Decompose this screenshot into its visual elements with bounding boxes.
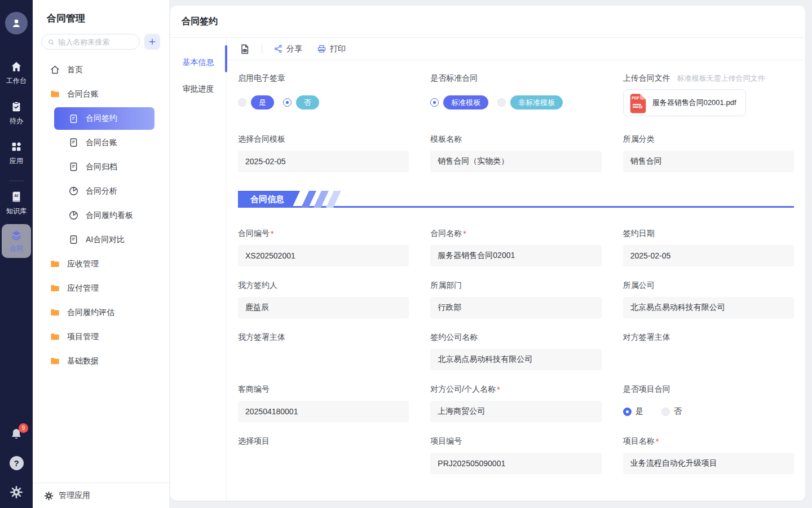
rail-label: 应用 [10, 156, 23, 166]
sidebar-item-project-mgmt[interactable]: 项目管理 [33, 325, 169, 349]
field-other-entity: 对方签署主体 [623, 332, 794, 370]
page-title: 合同签约 [182, 16, 218, 28]
field-is-project: 是否项目合同 是 否 [623, 384, 794, 422]
sidebar-item-payables[interactable]: 应付管理 [33, 276, 169, 300]
sidebar-item-contract-sign[interactable]: 合同签约 [54, 107, 155, 130]
tab-basic-info[interactable]: 基本信息 [170, 49, 226, 76]
search-input[interactable] [58, 38, 134, 46]
contract-name-input[interactable]: 服务器销售合同02001 [430, 245, 601, 266]
help-button[interactable]: ? [10, 456, 24, 470]
rail-item-todo[interactable]: 待办 [10, 100, 23, 126]
field-esign: 启用电子签章 是 否 [238, 73, 409, 116]
sidebar-item-performance-eval[interactable]: 合同履约评估 [33, 300, 169, 325]
field-sign-company: 签约公司名称 北京易点易动科技有限公司 [430, 332, 601, 370]
radio-project-yes[interactable] [623, 408, 632, 416]
sidebar-item-label: 合同分析 [86, 186, 117, 196]
field-label: 所属公司 [623, 281, 794, 291]
radio-standard-template[interactable] [430, 98, 439, 107]
counterparty-input[interactable]: 上海商贸公司 [430, 401, 601, 422]
tab-approval-progress[interactable]: 审批进度 [170, 76, 226, 102]
rail-item-contract-active[interactable]: 合同 [2, 224, 31, 258]
sidebar-item-contract-analysis[interactable]: 合同分析 [33, 179, 169, 203]
search-box[interactable] [41, 34, 140, 50]
sidebar-item-contract-ledger[interactable]: 合同台账 [33, 130, 169, 155]
field-label: 我方签署主体 [238, 332, 409, 343]
field-label: 项目编号 [430, 436, 601, 446]
layers-icon [10, 229, 23, 242]
field-department: 所属部门 行政部 [430, 281, 601, 318]
upload-hint: 标准模板无需上传合同文件 [677, 73, 765, 84]
sidebar-item-home[interactable]: 首页 [33, 58, 169, 82]
radio-esign-yes[interactable] [238, 98, 246, 107]
pill-esign-yes[interactable]: 是 [251, 95, 274, 110]
avatar[interactable] [5, 12, 28, 34]
radio-esign-no[interactable] [283, 98, 292, 107]
pill-standard-template[interactable]: 标准模板 [443, 95, 488, 110]
company-input[interactable]: 北京易点易动科技有限公司 [623, 297, 794, 318]
sign-company-input[interactable]: 北京易点易动科技有限公司 [430, 349, 601, 370]
project-name-input[interactable]: 业务流程自动化升级项目 [623, 453, 794, 474]
field-project-name: 项目名称 业务流程自动化升级项目 [623, 436, 794, 474]
sidebar-item-contract-archive[interactable]: 合同归档 [33, 155, 169, 179]
customer-no-input[interactable]: 202504180001 [238, 401, 409, 422]
share-button[interactable]: 分享 [273, 44, 302, 54]
sidebar-item-label: 合同履约评估 [67, 308, 114, 318]
radio-project-yes-label[interactable]: 是 [636, 406, 643, 417]
radio-project-no[interactable] [661, 408, 670, 416]
template-name-input[interactable]: 销售合同（实物类） [430, 151, 601, 172]
field-select-project: 选择项目 [238, 436, 409, 474]
sidebar-item-ai-compare[interactable]: AI合同对比 [33, 227, 169, 252]
preview-button[interactable] [239, 43, 250, 55]
project-no-input[interactable]: PRJ202505090001 [430, 453, 601, 474]
rail-item-knowledge[interactable]: AI 知识库 [6, 191, 27, 216]
document-icon [68, 113, 79, 124]
department-input[interactable]: 行政部 [430, 297, 601, 318]
uploaded-file-card[interactable]: PDF 服务器销售合同02001.pdf [623, 89, 746, 116]
field-label: 选择项目 [238, 436, 409, 446]
pdf-file-icon: PDF [629, 93, 647, 113]
rail-label: 知识库 [6, 207, 27, 216]
notifications-button[interactable]: 9 [10, 427, 23, 441]
svg-text:PDF: PDF [632, 95, 639, 99]
rail-item-workbench[interactable]: 工作台 [6, 60, 27, 86]
sidebar-item-label: 应付管理 [67, 283, 99, 294]
field-label: 对方公司/个人名称 [430, 384, 601, 395]
contract-no-input[interactable]: XS202502001 [238, 245, 409, 266]
folder-icon [50, 356, 60, 366]
field-label: 合同名称 [430, 229, 601, 239]
sidebar-item-contract-ledger-group[interactable]: 合同台账 [33, 82, 169, 106]
sidebar-item-label: 合同台账 [86, 138, 117, 148]
file-name: 服务器销售合同02001.pdf [652, 98, 736, 108]
folder-icon [50, 283, 60, 294]
add-button[interactable] [144, 34, 160, 50]
field-standard-contract: 是否标准合同 标准模板 非标准模板 [430, 73, 601, 116]
our-signer-input[interactable]: 鹿益辰 [238, 297, 409, 318]
manage-apps-button[interactable]: 管理应用 [33, 483, 169, 508]
category-input[interactable]: 销售合同 [623, 151, 794, 172]
print-button[interactable]: 打印 [317, 44, 346, 54]
main-area: 合同签约 基本信息 审批进度 [169, 0, 812, 508]
sidebar-nav: 首页 合同台账 合同签约 合同台账 合同归档 [33, 58, 169, 483]
field-our-entity: 我方签署主体 [238, 332, 409, 370]
radio-project-no-label[interactable]: 否 [674, 406, 682, 417]
apps-grid-icon [10, 141, 23, 153]
radio-nonstandard-template[interactable] [497, 98, 506, 107]
pill-esign-no[interactable]: 否 [296, 95, 319, 110]
pie-chart-icon [68, 186, 79, 196]
sign-date-input[interactable]: 2025-02-05 [623, 245, 794, 266]
pill-nonstandard-template[interactable]: 非标准模板 [510, 95, 563, 110]
sidebar-item-receivables[interactable]: 应收管理 [33, 252, 169, 276]
rail-item-apps[interactable]: 应用 [10, 141, 23, 166]
template-select-input[interactable]: 2025-02-05 [238, 151, 409, 172]
rail-label: 待办 [10, 116, 23, 126]
sidebar-item-performance-board[interactable]: 合同履约看板 [33, 203, 169, 227]
folder-icon [50, 259, 60, 269]
sidebar-item-base-data[interactable]: 基础数据 [33, 349, 169, 373]
field-contract-no: 合同编号 XS202502001 [238, 229, 409, 266]
question-icon: ? [14, 458, 19, 468]
user-icon [10, 17, 23, 29]
settings-gear-icon[interactable] [10, 485, 23, 499]
contract-sign-panel: 合同签约 基本信息 审批进度 [170, 6, 805, 501]
sidebar-item-label: 合同台账 [67, 89, 99, 99]
search-icon [47, 38, 55, 46]
